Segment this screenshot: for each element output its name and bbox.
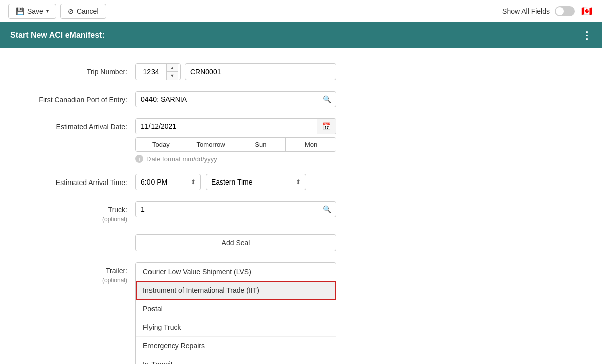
trip-number-input[interactable]: 1234	[136, 64, 166, 79]
trip-stepper-arrows: ▲ ▼	[166, 64, 178, 80]
page-title: Start New ACI eManifest:	[10, 31, 105, 40]
toolbar: 💾 Save ▾ ⊘ Cancel Show All Fields 🇨🇦	[0, 0, 602, 22]
truck-sublabel: (optional)	[10, 215, 127, 224]
trip-increment-button[interactable]: ▲	[167, 64, 178, 72]
header-menu-icon[interactable]: ⋮	[582, 29, 592, 41]
add-seal-row: Add Seal	[10, 234, 592, 251]
trip-number-label: Trip Number:	[10, 63, 135, 77]
toolbar-actions: 💾 Save ▾ ⊘ Cancel	[8, 4, 106, 19]
arrival-time-row: Estimated Arrival Time: 6:00 PM ⬍ Easter…	[10, 174, 592, 190]
date-sun-button[interactable]: Sun	[236, 138, 286, 151]
dropdown-item-in-transit[interactable]: In-Transit	[136, 355, 336, 364]
add-seal-spacer	[10, 234, 135, 238]
crn-input[interactable]: CRN0001	[185, 63, 336, 80]
date-today-button[interactable]: Today	[136, 138, 186, 151]
date-group: 11/12/2021 📅 Today Tomorrow Sun Mon i Da…	[135, 118, 336, 163]
truck-label: Truck: (optional)	[10, 201, 135, 223]
date-quick-buttons: Today Tomorrow Sun Mon	[135, 137, 336, 152]
truck-input[interactable]: 1	[135, 201, 336, 217]
save-icon: 💾	[16, 7, 24, 15]
trailer-dropdown-list: Courier Low Value Shipment (LVS) Instrum…	[135, 262, 336, 364]
save-chevron-icon: ▾	[46, 8, 49, 14]
arrival-date-controls: 11/12/2021 📅 Today Tomorrow Sun Mon i Da…	[135, 118, 336, 163]
dropdown-item-postal[interactable]: Postal	[136, 300, 336, 318]
arrival-time-controls: 6:00 PM ⬍ Eastern Time Central Time Moun…	[135, 174, 336, 190]
show-fields-toggle[interactable]	[555, 6, 575, 16]
info-icon: i	[135, 155, 143, 163]
page-header: Start New ACI eManifest: ⋮	[0, 22, 602, 48]
trailer-label: Trailer: (optional)	[10, 262, 135, 284]
calendar-icon-button[interactable]: 📅	[317, 119, 336, 134]
add-seal-button[interactable]: Add Seal	[135, 234, 336, 251]
main-content: Trip Number: 1234 ▲ ▼ CRN0001 First Cana…	[0, 48, 602, 364]
arrival-date-label: Estimated Arrival Date:	[10, 118, 135, 132]
cancel-button[interactable]: ⊘ Cancel	[60, 4, 106, 19]
trailer-sublabel: (optional)	[10, 276, 127, 285]
truck-input-wrapper: 1 🔍	[135, 201, 336, 217]
time-select-wrapper: 6:00 PM ⬍	[135, 174, 201, 190]
timezone-select[interactable]: Eastern Time Central Time Mountain Time …	[206, 174, 306, 190]
port-label: First Canadian Port of Entry:	[10, 91, 135, 105]
trip-number-controls: 1234 ▲ ▼ CRN0001	[135, 63, 336, 80]
port-input-wrapper: 0440: SARNIA 🔍	[135, 91, 336, 107]
truck-search-icon: 🔍	[323, 205, 331, 213]
date-input[interactable]: 11/12/2021	[136, 119, 317, 134]
flag-icon: 🇨🇦	[580, 6, 594, 16]
save-label: Save	[27, 7, 43, 15]
date-input-row: 11/12/2021 📅	[135, 118, 336, 134]
date-format-hint: Date format mm/dd/yyyy	[146, 155, 217, 163]
cancel-label: Cancel	[77, 7, 99, 15]
trailer-controls: Courier Low Value Shipment (LVS) Instrum…	[135, 262, 336, 364]
toolbar-right: Show All Fields 🇨🇦	[502, 6, 594, 16]
dropdown-item-iit[interactable]: Instrument of International Trade (IIT)	[136, 281, 336, 300]
time-group: 6:00 PM ⬍ Eastern Time Central Time Moun…	[135, 174, 336, 190]
add-seal-controls: Add Seal	[135, 234, 336, 251]
time-select[interactable]: 6:00 PM	[135, 174, 201, 190]
trip-decrement-button[interactable]: ▼	[167, 72, 178, 80]
arrival-time-label: Estimated Arrival Time:	[10, 174, 135, 188]
truck-row: Truck: (optional) 1 🔍	[10, 201, 592, 223]
trip-number-stepper[interactable]: 1234 ▲ ▼	[135, 63, 181, 80]
port-controls: 0440: SARNIA 🔍	[135, 91, 336, 107]
port-input[interactable]: 0440: SARNIA	[135, 91, 336, 107]
save-button[interactable]: 💾 Save ▾	[8, 4, 56, 19]
dropdown-item-courier[interactable]: Courier Low Value Shipment (LVS)	[136, 263, 336, 281]
date-mon-button[interactable]: Mon	[286, 138, 336, 151]
port-row: First Canadian Port of Entry: 0440: SARN…	[10, 91, 592, 107]
dropdown-item-emergency-repairs[interactable]: Emergency Repairs	[136, 337, 336, 355]
truck-controls: 1 🔍	[135, 201, 336, 217]
trailer-row: Trailer: (optional) Courier Low Value Sh…	[10, 262, 592, 364]
dropdown-item-flying-truck[interactable]: Flying Truck	[136, 318, 336, 337]
trip-number-row: Trip Number: 1234 ▲ ▼ CRN0001	[10, 63, 592, 80]
date-tomorrow-button[interactable]: Tomorrow	[186, 138, 236, 151]
cancel-icon: ⊘	[68, 7, 74, 15]
timezone-select-wrapper: Eastern Time Central Time Mountain Time …	[206, 174, 306, 190]
show-fields-label: Show All Fields	[502, 7, 550, 15]
date-hint: i Date format mm/dd/yyyy	[135, 155, 336, 163]
arrival-date-row: Estimated Arrival Date: 11/12/2021 📅 Tod…	[10, 118, 592, 163]
